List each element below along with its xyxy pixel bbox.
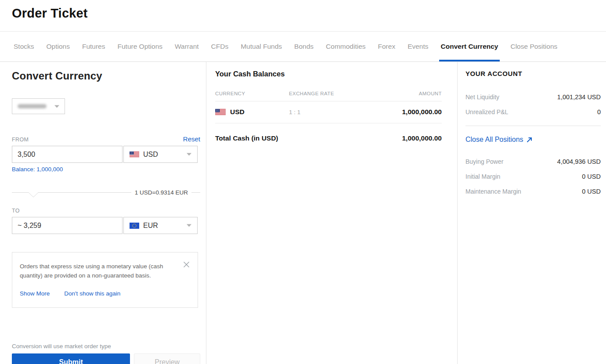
maintenance-margin-label: Maintenance Margin [465, 188, 521, 195]
account-id-redacted [18, 104, 47, 108]
page-title: Order Ticket [12, 6, 594, 21]
tab-events[interactable]: Events [401, 32, 434, 61]
buying-power-row: Buying Power 4,004,936 USD [465, 154, 601, 169]
rate-divider: 1 USD=0.9314 EUR [12, 188, 200, 196]
cash-balances-table: CURRENCY EXCHANGE RATE AMOUNT [215, 91, 442, 142]
column-header-amount: AMOUNT [419, 91, 442, 96]
from-balance-link[interactable]: Balance: 1,000,000 [12, 166, 63, 173]
to-label: TO [12, 208, 200, 214]
tab-futures[interactable]: Futures [76, 32, 112, 61]
tab-forex[interactable]: Forex [372, 32, 402, 61]
us-flag-icon [130, 151, 139, 157]
net-liquidity-label: Net Liquidity [465, 94, 499, 101]
from-label: FROM [12, 137, 29, 143]
column-header-currency: CURRENCY [215, 91, 289, 96]
initial-margin-row: Initial Margin 0 USD [465, 169, 601, 184]
notice-text: Orders that express size using a monetar… [20, 262, 165, 281]
tab-convert-currency[interactable]: Convert Currency [435, 32, 505, 61]
tab-bonds[interactable]: Bonds [288, 32, 320, 61]
row-exchange-rate: 1 : 1 [289, 109, 402, 115]
from-currency-code: USD [143, 151, 183, 159]
net-liquidity-row: Net Liquidity 1,001,234 USD [465, 90, 601, 105]
divider [465, 126, 601, 126]
buying-power-label: Buying Power [465, 158, 503, 165]
close-all-positions-link[interactable]: Close All Positions [465, 136, 601, 144]
initial-margin-value: 0 USD [582, 173, 601, 180]
tab-commodities[interactable]: Commodities [320, 32, 372, 61]
cash-quantity-notice: Orders that express size using a monetar… [12, 252, 198, 308]
total-cash-row: Total Cash (in USD) 1,000,000.00 [215, 134, 442, 142]
close-all-positions-label: Close All Positions [465, 136, 523, 144]
table-header-row: CURRENCY EXCHANGE RATE AMOUNT [215, 91, 442, 101]
dont-show-again-link[interactable]: Don't show this again [64, 290, 120, 297]
unrealized-pnl-label: Unrealized P&L [465, 108, 508, 115]
order-type-tabbar: Stocks Options Futures Future Options Wa… [0, 32, 606, 62]
row-currency-code: USD [230, 108, 245, 116]
close-icon[interactable] [183, 261, 190, 268]
exchange-rate-text: 1 USD=0.9314 EUR [131, 189, 191, 196]
us-flag-icon [215, 109, 226, 115]
reset-link[interactable]: Reset [183, 135, 200, 143]
main-content: Convert Currency FROM Reset [0, 62, 606, 364]
buying-power-value: 4,004,936 USD [557, 158, 601, 165]
to-amount-row: EUR [12, 217, 200, 234]
your-account-panel: YOUR ACCOUNT Net Liquidity 1,001,234 USD… [458, 62, 606, 364]
tab-warrant[interactable]: Warrant [169, 32, 205, 61]
unrealized-pnl-value: 0 [597, 108, 601, 115]
chevron-down-icon [187, 153, 191, 156]
tab-mutual-funds[interactable]: Mutual Funds [234, 32, 288, 61]
tab-close-positions[interactable]: Close Positions [504, 32, 563, 61]
from-amount-row: USD [12, 146, 200, 163]
to-amount-input[interactable] [12, 217, 123, 234]
total-cash-label: Total Cash (in USD) [215, 134, 278, 142]
chevron-down-icon [187, 224, 191, 227]
unrealized-pnl-row: Unrealized P&L 0 [465, 105, 601, 119]
show-more-link[interactable]: Show More [20, 290, 50, 297]
initial-margin-label: Initial Margin [465, 173, 500, 180]
market-order-footnote: Conversion will use market order type [12, 343, 200, 350]
convert-currency-panel: Convert Currency FROM Reset [0, 62, 206, 364]
your-account-heading: YOUR ACCOUNT [465, 70, 601, 77]
external-arrow-icon [526, 137, 533, 143]
from-currency-select[interactable]: USD [123, 146, 198, 163]
total-cash-amount: 1,000,000.00 [402, 134, 442, 142]
to-currency-select[interactable]: EUR [123, 217, 198, 234]
preview-button[interactable]: Preview [134, 353, 200, 364]
tab-stocks[interactable]: Stocks [14, 32, 40, 61]
chevron-down-icon [54, 105, 59, 108]
convert-currency-heading: Convert Currency [12, 70, 200, 82]
account-selector[interactable] [12, 98, 65, 114]
row-amount: 1,000,000.00 [402, 108, 442, 116]
tab-cfds[interactable]: CFDs [205, 32, 235, 61]
from-amount-input[interactable] [12, 146, 123, 163]
tab-options[interactable]: Options [40, 32, 76, 61]
maintenance-margin-value: 0 USD [582, 188, 601, 195]
notch-pointer [22, 192, 45, 198]
maintenance-margin-row: Maintenance Margin 0 USD [465, 184, 601, 199]
table-row: USD 1 : 1 1,000,000.00 [215, 101, 442, 123]
page-header: Order Ticket [0, 0, 606, 32]
cash-balances-panel: Your Cash Balances CURRENCY EXCHANGE RAT… [206, 62, 458, 364]
to-currency-code: EUR [143, 222, 183, 230]
submit-button[interactable]: Submit [12, 353, 130, 364]
cash-balances-heading: Your Cash Balances [215, 70, 442, 78]
tab-future-options[interactable]: Future Options [112, 32, 169, 61]
eu-flag-icon [130, 223, 139, 229]
column-header-exchange-rate: EXCHANGE RATE [289, 91, 419, 96]
net-liquidity-value: 1,001,234 USD [557, 94, 601, 101]
